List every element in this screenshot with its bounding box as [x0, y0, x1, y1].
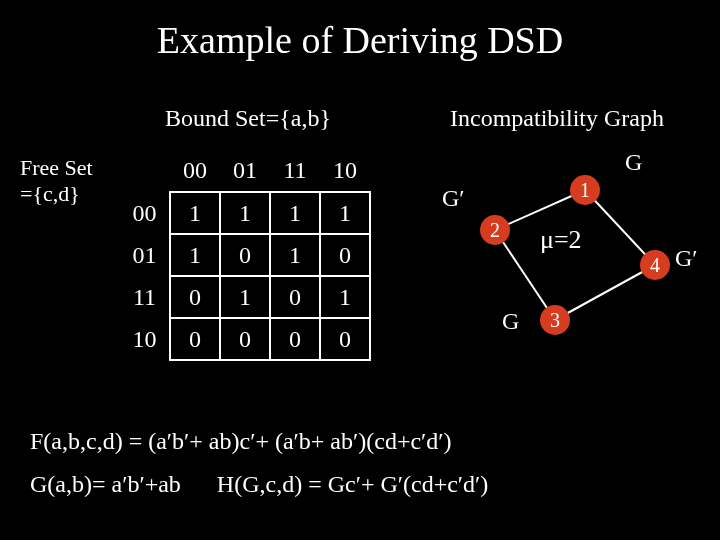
bound-set-label: Bound Set={a,b} [165, 105, 331, 132]
table-cell: 0 [170, 276, 220, 318]
equation-H: H(G,c,d) = Gc′+ G′(cd+c′d′) [217, 471, 489, 497]
table-cell: 1 [320, 192, 370, 234]
graph-node-4: 4 [640, 250, 670, 280]
graph-node-2: 2 [480, 215, 510, 245]
row-header: 01 [120, 234, 170, 276]
mu-label: μ=2 [540, 225, 582, 255]
col-header: 10 [320, 150, 370, 192]
table-cell: 1 [220, 276, 270, 318]
table-cell: 0 [320, 318, 370, 360]
table-cell: 0 [220, 318, 270, 360]
equations-block: F(a,b,c,d) = (a′b′+ ab)c′+ (a′b+ ab′)(cd… [30, 420, 488, 506]
equation-F: F(a,b,c,d) = (a′b′+ ab)c′+ (a′b+ ab′)(cd… [30, 420, 488, 463]
edge-label-right: G′ [675, 245, 698, 272]
row-header: 00 [120, 192, 170, 234]
free-set-line1: Free Set [20, 155, 93, 181]
table-cell: 0 [220, 234, 270, 276]
col-header: 11 [270, 150, 320, 192]
slide-title: Example of Deriving DSD [0, 0, 720, 62]
table-cell: 0 [270, 276, 320, 318]
svg-line-3 [555, 265, 655, 320]
table-cell: 1 [220, 192, 270, 234]
free-set-line2: ={c,d} [20, 181, 93, 207]
row-header: 11 [120, 276, 170, 318]
table-cell: 1 [270, 234, 320, 276]
graph-node-1: 1 [570, 175, 600, 205]
equation-G: G(a,b)= a′b′+ab [30, 471, 181, 497]
graph-node-3: 3 [540, 305, 570, 335]
col-header: 00 [170, 150, 220, 192]
col-header: 01 [220, 150, 270, 192]
edge-label-bottom: G [502, 308, 519, 335]
table-cell: 1 [320, 276, 370, 318]
row-header: 10 [120, 318, 170, 360]
edge-label-top: G [625, 149, 642, 176]
table-cell: 0 [320, 234, 370, 276]
edge-label-left: G′ [442, 185, 465, 212]
table-cell: 0 [270, 318, 320, 360]
table-cell: 1 [170, 234, 220, 276]
table-cell: 0 [170, 318, 220, 360]
incompatibility-graph: 1 2 3 4 G G′ G′ G μ=2 [430, 145, 690, 365]
incompatibility-graph-label: Incompatibility Graph [450, 105, 664, 132]
truth-table: 00 01 11 10 00 1 1 1 1 01 1 0 1 0 11 0 1… [120, 150, 371, 361]
table-cell: 1 [170, 192, 220, 234]
free-set-label: Free Set ={c,d} [20, 155, 93, 208]
table-cell: 1 [270, 192, 320, 234]
